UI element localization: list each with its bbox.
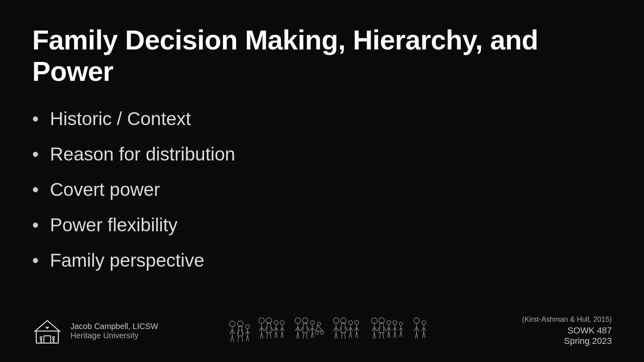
svg-point-91	[355, 321, 359, 325]
svg-line-128	[414, 327, 417, 331]
svg-line-77	[336, 327, 339, 331]
svg-line-64	[306, 333, 307, 339]
presenter-name: Jacob Campbell, LICSW	[70, 322, 158, 331]
svg-line-57	[298, 327, 300, 331]
svg-line-79	[336, 333, 337, 339]
svg-point-25	[246, 325, 250, 329]
svg-line-33	[259, 327, 262, 331]
svg-line-69	[311, 332, 312, 338]
svg-line-84	[345, 333, 345, 339]
bullet-list: Historic / Context Reason for distributi…	[32, 107, 612, 272]
svg-point-74	[333, 318, 339, 323]
svg-point-2	[40, 337, 42, 339]
svg-line-47	[276, 332, 277, 338]
svg-point-114	[393, 321, 397, 325]
svg-point-85	[349, 321, 353, 325]
svg-line-7	[41, 341, 42, 343]
svg-rect-1	[44, 336, 51, 343]
svg-line-17	[232, 330, 235, 334]
svg-line-36	[262, 333, 263, 339]
course-info: SOWK 487 Spring 2023	[564, 325, 612, 346]
footer: Jacob Campbell, LICSW Heritage Universit…	[0, 300, 644, 362]
svg-line-99	[372, 327, 374, 331]
svg-point-120	[399, 322, 402, 325]
svg-line-58	[297, 333, 298, 339]
svg-line-119	[395, 332, 396, 338]
list-item: Reason for distribution	[32, 142, 612, 167]
svg-line-18	[231, 336, 232, 342]
svg-point-14	[229, 321, 235, 327]
list-item: Family perspective	[32, 249, 612, 273]
svg-point-54	[295, 318, 301, 323]
svg-point-65	[310, 321, 314, 325]
svg-point-97	[372, 318, 377, 323]
university-name: Heritage University	[70, 331, 158, 340]
svg-line-136	[423, 332, 424, 338]
svg-line-13	[54, 341, 54, 343]
svg-point-126	[414, 318, 419, 323]
svg-line-118	[394, 332, 395, 338]
family-house-icon	[32, 316, 62, 346]
svg-line-59	[298, 333, 299, 339]
svg-line-24	[242, 336, 243, 342]
svg-line-23	[238, 336, 239, 342]
footer-right: (Kirst-Ashman & Hull, 2015) SOWK 487 Spr…	[522, 315, 612, 346]
list-item: Historic / Context	[32, 107, 612, 131]
list-item: Covert power	[32, 178, 612, 202]
svg-line-39	[271, 327, 273, 331]
svg-line-100	[374, 327, 377, 331]
citation-text: (Kirst-Ashman & Hull, 2015)	[522, 315, 612, 324]
svg-line-90	[351, 332, 352, 338]
svg-line-19	[232, 336, 234, 342]
svg-line-46	[275, 332, 276, 338]
svg-rect-0	[36, 331, 58, 343]
svg-point-31	[259, 318, 264, 323]
svg-line-34	[262, 327, 264, 331]
svg-line-113	[389, 332, 390, 338]
svg-line-102	[374, 333, 376, 339]
svg-line-78	[335, 333, 336, 339]
svg-point-71	[318, 322, 321, 325]
svg-line-129	[417, 327, 419, 331]
svg-line-29	[246, 335, 248, 341]
svg-point-48	[280, 321, 284, 325]
svg-line-70	[312, 332, 314, 338]
slide: Family Decision Making, Hierarchy, and P…	[0, 0, 644, 362]
svg-line-89	[349, 332, 351, 338]
svg-line-56	[295, 327, 298, 331]
svg-line-53	[282, 332, 283, 338]
footer-center	[227, 300, 453, 362]
svg-line-137	[424, 332, 425, 338]
svg-point-72	[315, 331, 318, 334]
svg-line-95	[355, 332, 357, 338]
svg-line-35	[260, 333, 262, 339]
svg-line-101	[373, 333, 374, 339]
svg-line-82	[346, 327, 348, 331]
svg-point-108	[387, 321, 391, 325]
list-item: Power flexibility	[32, 213, 612, 237]
svg-line-96	[357, 332, 358, 338]
svg-line-41	[270, 333, 271, 339]
svg-line-107	[383, 333, 384, 339]
svg-point-73	[320, 331, 324, 334]
svg-line-38	[264, 327, 266, 331]
svg-line-125	[401, 331, 402, 337]
svg-line-124	[400, 331, 401, 337]
svg-point-42	[274, 321, 278, 325]
svg-line-106	[380, 333, 380, 339]
svg-line-105	[384, 327, 386, 331]
svg-line-30	[248, 335, 249, 341]
svg-line-52	[281, 332, 282, 338]
svg-line-130	[415, 333, 417, 339]
svg-line-76	[334, 327, 336, 331]
svg-line-104	[377, 327, 379, 331]
presenter-info: Jacob Campbell, LICSW Heritage Universit…	[70, 322, 158, 340]
svg-line-131	[417, 333, 418, 339]
svg-line-61	[301, 327, 303, 331]
svg-line-40	[267, 333, 268, 339]
svg-line-81	[339, 327, 341, 331]
svg-line-16	[230, 330, 232, 334]
svg-line-112	[388, 332, 389, 338]
svg-point-132	[422, 321, 426, 325]
footer-left: Jacob Campbell, LICSW Heritage Universit…	[32, 316, 158, 346]
